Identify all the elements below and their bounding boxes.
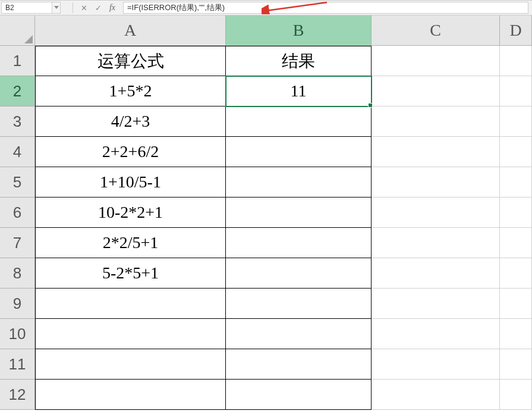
- cell-C9[interactable]: [372, 289, 500, 319]
- cell-B5[interactable]: [226, 167, 372, 198]
- cell-C5[interactable]: [372, 167, 500, 198]
- cell-B10[interactable]: [226, 319, 372, 349]
- row-11: 11: [0, 349, 532, 380]
- cell-B7[interactable]: [226, 228, 372, 258]
- cell-D1[interactable]: [500, 46, 532, 76]
- column-header-A[interactable]: A: [35, 15, 226, 46]
- cell-A9[interactable]: [35, 289, 226, 319]
- fx-icon[interactable]: fx: [105, 2, 119, 14]
- row-header-9[interactable]: 9: [0, 289, 35, 319]
- row-header-11[interactable]: 11: [0, 349, 35, 380]
- column-headers-row: A B C D: [0, 15, 532, 46]
- cell-D3[interactable]: [500, 106, 532, 137]
- row-12: 12: [0, 380, 532, 410]
- cell-B3[interactable]: [226, 106, 372, 137]
- spreadsheet: A B C D 1 运算公式 结果 2 1+5*2 11 3 4/2+3 4 2…: [0, 15, 532, 410]
- cell-A8[interactable]: 5-2*5+1: [35, 258, 226, 289]
- row-5: 5 1+10/5-1: [0, 167, 532, 198]
- row-header-12[interactable]: 12: [0, 380, 35, 410]
- cell-D4[interactable]: [500, 137, 532, 167]
- cell-A1[interactable]: 运算公式: [35, 46, 226, 76]
- cell-B6[interactable]: [226, 198, 372, 228]
- cell-A6[interactable]: 10-2*2+1: [35, 198, 226, 228]
- enter-icon[interactable]: ✓: [91, 2, 105, 14]
- cell-A5[interactable]: 1+10/5-1: [35, 167, 226, 198]
- cell-C7[interactable]: [372, 228, 500, 258]
- cell-B2[interactable]: 11: [226, 76, 372, 106]
- formula-input[interactable]: =IF(ISERROR(结果),"",结果): [123, 2, 528, 14]
- column-header-C[interactable]: C: [372, 15, 500, 46]
- cell-C12[interactable]: [372, 380, 500, 410]
- cell-A3[interactable]: 4/2+3: [35, 106, 226, 137]
- name-box[interactable]: B2: [1, 2, 52, 14]
- cell-A2[interactable]: 1+5*2: [35, 76, 226, 106]
- divider: [73, 2, 73, 13]
- cell-D8[interactable]: [500, 258, 532, 289]
- row-2: 2 1+5*2 11: [0, 76, 532, 106]
- column-header-D[interactable]: D: [500, 15, 532, 46]
- formula-bar: B2 ✕ ✓ fx =IF(ISERROR(结果),"",结果): [0, 0, 532, 15]
- cell-C11[interactable]: [372, 349, 500, 380]
- cell-D5[interactable]: [500, 167, 532, 198]
- row-header-2[interactable]: 2: [0, 76, 35, 106]
- cell-D9[interactable]: [500, 289, 532, 319]
- cell-A10[interactable]: [35, 319, 226, 349]
- cell-B1[interactable]: 结果: [226, 46, 372, 76]
- row-header-6[interactable]: 6: [0, 198, 35, 228]
- cell-A7[interactable]: 2*2/5+1: [35, 228, 226, 258]
- row-1: 1 运算公式 结果: [0, 46, 532, 76]
- row-header-5[interactable]: 5: [0, 167, 35, 198]
- cell-C8[interactable]: [372, 258, 500, 289]
- row-header-1[interactable]: 1: [0, 46, 35, 76]
- row-10: 10: [0, 319, 532, 349]
- cell-A4[interactable]: 2+2+6/2: [35, 137, 226, 167]
- cell-C6[interactable]: [372, 198, 500, 228]
- cell-C4[interactable]: [372, 137, 500, 167]
- row-3: 3 4/2+3: [0, 106, 532, 137]
- cell-C2[interactable]: [372, 76, 500, 106]
- cell-A12[interactable]: [35, 380, 226, 410]
- cell-B12[interactable]: [226, 380, 372, 410]
- cell-D10[interactable]: [500, 319, 532, 349]
- cell-C10[interactable]: [372, 319, 500, 349]
- cell-D6[interactable]: [500, 198, 532, 228]
- cell-B4[interactable]: [226, 137, 372, 167]
- row-header-7[interactable]: 7: [0, 228, 35, 258]
- row-9: 9: [0, 289, 532, 319]
- row-header-8[interactable]: 8: [0, 258, 35, 289]
- row-header-10[interactable]: 10: [0, 319, 35, 349]
- cell-C1[interactable]: [372, 46, 500, 76]
- cell-D12[interactable]: [500, 380, 532, 410]
- row-7: 7 2*2/5+1: [0, 228, 532, 258]
- cell-D11[interactable]: [500, 349, 532, 380]
- cell-B8[interactable]: [226, 258, 372, 289]
- name-box-dropdown[interactable]: [52, 2, 61, 14]
- select-all-corner[interactable]: [0, 15, 35, 46]
- cell-A11[interactable]: [35, 349, 226, 380]
- row-header-3[interactable]: 3: [0, 106, 35, 137]
- cell-D7[interactable]: [500, 228, 532, 258]
- cell-B9[interactable]: [226, 289, 372, 319]
- row-6: 6 10-2*2+1: [0, 198, 532, 228]
- cancel-icon[interactable]: ✕: [77, 2, 91, 14]
- cell-C3[interactable]: [372, 106, 500, 137]
- cell-D2[interactable]: [500, 76, 532, 106]
- row-header-4[interactable]: 4: [0, 137, 35, 167]
- row-8: 8 5-2*5+1: [0, 258, 532, 289]
- column-header-B[interactable]: B: [226, 15, 372, 46]
- row-4: 4 2+2+6/2: [0, 137, 532, 167]
- cell-B11[interactable]: [226, 349, 372, 380]
